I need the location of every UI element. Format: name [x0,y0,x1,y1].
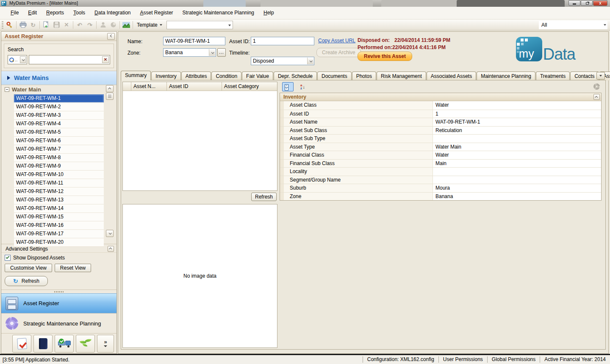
property-row[interactable]: Asset Type Water Main [280,143,601,151]
property-value[interactable] [433,176,601,184]
tab[interactable]: Summary [121,71,151,80]
property-value[interactable]: Water Main [433,143,601,151]
tab[interactable]: Inventory [151,72,180,80]
tab[interactable]: Maintenance Planning [477,72,535,80]
timeline-combobox[interactable]: Disposed [251,57,314,65]
plant-icon[interactable] [76,335,95,353]
menu-item[interactable]: Tools [69,7,90,19]
restore-button[interactable] [581,0,593,6]
tab[interactable]: Condition [211,72,241,80]
asset-list-item[interactable]: WAT-09-RET-WM-16 [14,221,104,230]
asset-list-item[interactable]: WAT-09-RET-WM-1 [14,94,104,103]
copy-asset-url-link[interactable]: Copy Asset URL [318,38,355,44]
group-header-water-main[interactable]: Water Main [1,85,116,94]
asset-list-item[interactable]: WAT-09-RET-WM-17 [14,230,104,238]
sidebar-nav-asset-register[interactable]: Asset Register [1,293,116,313]
customise-view-button[interactable]: Customise View [5,264,52,272]
clear-search-button[interactable]: ✕ [102,56,109,63]
create-archive-button[interactable]: Create Archive [316,48,361,57]
collapse-advanced-button[interactable] [108,246,114,252]
asset-list-item[interactable]: WAT-09-RET-WM-4 [14,120,104,128]
template-combobox[interactable] [166,21,233,29]
collapse-group-icon[interactable] [5,87,9,92]
property-value[interactable]: Moura [433,184,601,192]
chart-icon[interactable] [122,20,131,29]
tab-overflow-button[interactable] [596,72,605,80]
undo-icon[interactable]: ↶ [75,20,84,29]
template-dropdown-button[interactable]: Template [134,20,165,29]
add-document-icon[interactable]: + [42,20,51,29]
tab[interactable]: Attributes [181,72,211,80]
menu-item[interactable]: Reports [42,7,69,19]
truck-icon[interactable] [55,335,74,353]
tree-root-water-mains[interactable]: Water Mains [1,71,116,85]
column-header[interactable]: Asset ID [167,82,222,91]
property-value[interactable]: Main [433,160,601,168]
asset-list-item[interactable]: WAT-09-RET-WM-5 [14,128,104,137]
property-row[interactable]: Segment/Group Name [280,176,601,184]
minimize-button[interactable] [568,0,580,6]
column-header[interactable]: Asset N... [131,82,167,91]
scroll-down-button[interactable] [106,230,114,237]
key-icon[interactable] [5,20,14,29]
menu-item[interactable]: Asset Register [136,7,178,19]
refresh-icon[interactable]: ↻ [28,20,38,29]
scroll-up-button[interactable] [106,85,114,92]
asset-list-item[interactable]: WAT-09-RET-WM-8 [14,154,104,162]
print-icon[interactable] [18,20,28,29]
menu-item[interactable]: Data Integration [90,7,135,19]
show-disposed-checkbox[interactable] [5,255,11,261]
user-icon[interactable] [98,20,108,29]
tab[interactable]: Associated Assets [427,72,476,80]
property-row[interactable]: Asset Class Water [280,101,601,110]
asset-list-item[interactable]: WAT-09-RET-WM-3 [14,111,104,120]
tab[interactable]: Risk Management [377,72,426,80]
asset-list-item[interactable]: WAT-09-RET-WM-20 [14,238,104,247]
property-row[interactable]: Asset ID 1 [280,110,601,118]
revive-asset-button[interactable]: Revive this Asset [358,52,412,61]
column-header[interactable]: Asset Category [222,82,277,91]
scope-filter-combobox[interactable]: All [539,21,607,29]
search-input[interactable] [29,55,110,64]
menu-item[interactable]: Help [259,7,279,19]
tab[interactable]: Photos [352,72,376,80]
tab[interactable]: Depr. Schedule [274,72,317,80]
asset-list-item[interactable]: WAT-09-RET-WM-10 [14,171,104,179]
menu-item[interactable]: Edit [23,7,42,19]
property-value[interactable]: Reticulation [433,127,601,135]
collapse-inventory-button[interactable] [593,94,600,100]
property-value[interactable]: WAT-09-RET-WM-1 [433,118,601,126]
close-button[interactable]: x [593,0,607,6]
redo-icon[interactable]: ↷ [85,20,94,29]
tab[interactable]: Contacts [570,72,599,80]
sidebar-refresh-button[interactable]: ↻ Refresh [5,276,48,286]
book-icon[interactable] [33,335,53,353]
asset-list-item[interactable]: WAT-09-RET-WM-7 [14,145,104,154]
menu-item[interactable]: File [6,7,23,19]
property-value[interactable]: Water [433,151,601,159]
sidebar-splitter[interactable] [1,290,116,293]
name-input[interactable] [163,37,225,45]
property-row[interactable]: Financial Sub Class Main [280,159,601,168]
asset-list-item[interactable]: WAT-09-RET-WM-6 [14,137,104,145]
tab[interactable]: Fair Value [242,72,273,80]
property-row[interactable]: Asset Sub Type [280,134,601,143]
property-row[interactable]: Asset Sub Class Reticulation [280,126,601,135]
scrollbar-thumb[interactable] [106,93,114,100]
inventory-group-header[interactable]: Inventory [280,93,601,101]
property-row[interactable]: Suburb Moura [280,184,601,192]
save-icon[interactable] [52,20,61,29]
tab[interactable]: Documents [317,72,352,80]
refresh-components-button[interactable]: Refresh [251,193,277,201]
zone-browse-button[interactable]: … [217,48,226,57]
sidebar-nav-strategic-maintenance-planning[interactable]: Strategic Maintenance Planning [1,313,116,333]
asset-id-input[interactable] [251,37,314,45]
hand-icon[interactable] [108,20,118,29]
asset-list-item[interactable]: WAT-09-RET-WM-12 [14,188,104,196]
property-row[interactable]: Zone Banana [280,192,601,201]
property-value[interactable] [433,168,601,176]
reset-view-button[interactable]: Reset View [55,264,91,272]
tray-overflow-button[interactable]: » [97,335,114,353]
sort-az-icon[interactable]: az↓ [297,82,308,91]
delete-icon[interactable]: ✕ [62,20,71,29]
